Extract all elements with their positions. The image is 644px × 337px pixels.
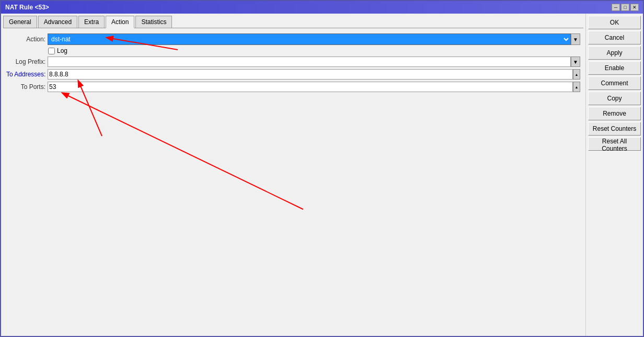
window-title: NAT Rule <53> bbox=[5, 4, 49, 11]
log-prefix-input-wrapper: ▼ bbox=[48, 57, 580, 67]
log-prefix-row: Log Prefix: ▼ bbox=[6, 57, 580, 67]
reset-all-counters-button[interactable]: Reset All Counters bbox=[588, 137, 641, 151]
ok-button[interactable]: OK bbox=[588, 16, 641, 29]
to-ports-input[interactable] bbox=[48, 82, 573, 92]
minimize-button[interactable]: ─ bbox=[612, 4, 620, 11]
main-window: NAT Rule <53> ─ □ ✕ General Advanced bbox=[0, 0, 644, 337]
remove-button[interactable]: Remove bbox=[588, 107, 641, 120]
cancel-button[interactable]: Cancel bbox=[588, 31, 641, 44]
to-addresses-label: To Addresses: bbox=[6, 71, 45, 78]
to-addresses-input[interactable] bbox=[48, 69, 573, 80]
tab-action[interactable]: Action bbox=[106, 16, 134, 28]
to-ports-scroll-up-icon: ▲ bbox=[575, 85, 579, 89]
main-content: General Advanced Extra Action Statistics bbox=[1, 14, 585, 336]
log-checkbox-row: Log bbox=[6, 47, 580, 54]
to-ports-row: To Ports: ▲ bbox=[6, 82, 580, 92]
to-ports-input-wrapper: ▲ bbox=[48, 82, 580, 92]
sidebar: OK Cancel Apply Enable Comment Copy Remo… bbox=[585, 14, 643, 336]
dropdown-icon: ▼ bbox=[573, 37, 578, 42]
log-prefix-dropdown-btn[interactable]: ▼ bbox=[571, 57, 580, 67]
tab-general[interactable]: General bbox=[3, 16, 37, 28]
action-row: Action: dst-nat ▼ bbox=[6, 33, 580, 45]
to-addresses-input-wrapper: ▲ bbox=[48, 69, 580, 80]
window-body: General Advanced Extra Action Statistics bbox=[1, 14, 643, 336]
action-label: Action: bbox=[6, 36, 45, 43]
log-prefix-label: Log Prefix: bbox=[6, 58, 45, 65]
apply-button[interactable]: Apply bbox=[588, 46, 641, 60]
tab-bar: General Advanced Extra Action Statistics bbox=[3, 16, 583, 28]
action-select[interactable]: dst-nat bbox=[48, 33, 571, 45]
restore-button[interactable]: □ bbox=[621, 4, 629, 11]
tab-statistics[interactable]: Statistics bbox=[135, 16, 172, 28]
window-controls: ─ □ ✕ bbox=[612, 4, 639, 11]
to-ports-scroll-btn[interactable]: ▲ bbox=[573, 82, 580, 92]
action-dropdown-btn[interactable]: ▼ bbox=[571, 33, 580, 45]
tab-extra[interactable]: Extra bbox=[78, 16, 105, 28]
comment-button[interactable]: Comment bbox=[588, 76, 641, 90]
to-addresses-row: To Addresses: ▲ bbox=[6, 69, 580, 80]
title-bar: NAT Rule <53> ─ □ ✕ bbox=[1, 1, 643, 14]
log-checkbox[interactable] bbox=[48, 48, 55, 54]
log-prefix-input[interactable] bbox=[48, 57, 571, 67]
to-ports-label: To Ports: bbox=[6, 83, 45, 91]
copy-button[interactable]: Copy bbox=[588, 92, 641, 105]
log-prefix-dropdown-icon: ▼ bbox=[573, 59, 578, 65]
enable-button[interactable]: Enable bbox=[588, 61, 641, 75]
log-label: Log bbox=[57, 47, 67, 54]
scroll-up-icon: ▲ bbox=[575, 73, 579, 76]
close-button[interactable]: ✕ bbox=[630, 4, 639, 11]
to-addresses-scroll-btn[interactable]: ▲ bbox=[573, 69, 580, 80]
content-area: Action: dst-nat ▼ Log bbox=[3, 30, 583, 334]
action-select-wrapper: dst-nat ▼ bbox=[48, 33, 580, 45]
reset-counters-button[interactable]: Reset Counters bbox=[588, 122, 641, 136]
tab-advanced[interactable]: Advanced bbox=[38, 16, 77, 28]
